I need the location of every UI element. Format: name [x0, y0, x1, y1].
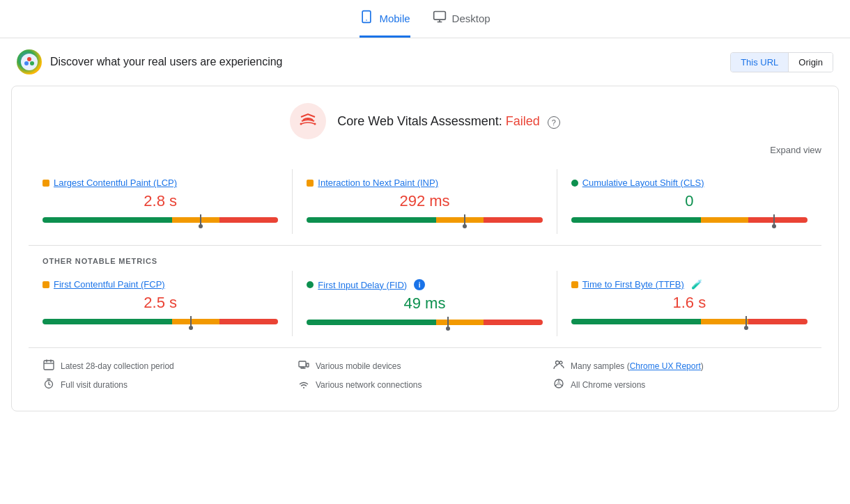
bar-red-lcp: [219, 217, 279, 223]
footer-collection-text: Latest 28-day collection period: [61, 361, 174, 371]
svg-point-1: [366, 19, 368, 21]
bar-marker-inp: [464, 214, 465, 226]
bar-red-ttfb: [748, 319, 808, 324]
assessment-status: Failed: [506, 114, 540, 128]
origin-button[interactable]: Origin: [789, 53, 833, 72]
svg-point-13: [303, 387, 304, 388]
footer-col-3: Many samples (Chrome UX Report) All Chro…: [552, 359, 808, 391]
chrome-icon: [552, 378, 565, 391]
svg-rect-11: [299, 361, 306, 367]
url-toggle: This URL Origin: [730, 52, 833, 72]
svg-point-5: [30, 61, 34, 65]
tab-mobile[interactable]: Mobile: [360, 10, 410, 38]
metric-link-ttfb[interactable]: Time to First Byte (TTFB): [582, 279, 684, 290]
footer-samples-text: Many samples (Chrome UX Report): [571, 361, 704, 371]
footer-network-text: Various network connections: [316, 380, 422, 390]
bar-track-lcp: [42, 217, 278, 223]
bar-orange-fid: [436, 320, 484, 325]
bar-green-fid: [307, 320, 436, 325]
footer-col-2: Various mobile devices Various network c…: [298, 359, 552, 391]
metric-dot-fid: [307, 281, 314, 288]
svg-rect-2: [433, 12, 445, 20]
bar-green-lcp: [42, 217, 172, 223]
progress-bar-fcp: [42, 319, 278, 324]
info-icon[interactable]: i: [414, 279, 425, 290]
svg-rect-9: [44, 361, 54, 370]
bar-red-inp: [484, 217, 543, 223]
metric-cell-lcp: Largest Contentful Paint (LCP) 2.8 s: [29, 169, 293, 234]
assessment-info-icon[interactable]: ?: [548, 116, 560, 129]
bar-orange-inp: [436, 217, 484, 223]
flask-icon: 🧪: [691, 279, 702, 290]
tab-desktop[interactable]: Desktop: [433, 10, 490, 38]
svg-point-3: [21, 54, 38, 70]
footer-section: Latest 28-day collection period Full vis…: [29, 347, 821, 394]
bar-red-cls: [748, 217, 808, 223]
desktop-icon: [433, 10, 447, 27]
bar-track-cls: [571, 217, 808, 223]
progress-bar-inp: [307, 217, 542, 223]
metric-value-fid: 49 ms: [307, 294, 542, 313]
metric-label-inp: Interaction to Next Paint (INP): [307, 178, 542, 188]
mobile-icon: [360, 10, 373, 27]
header-left: Discover what your real users are experi…: [17, 49, 282, 74]
metric-dot-inp: [307, 180, 314, 187]
users-icon: [552, 359, 565, 372]
bar-marker-lcp: [200, 214, 201, 226]
metric-cell-cls: Cumulative Layout Shift (CLS) 0: [557, 169, 821, 234]
bar-orange-ttfb: [701, 319, 748, 324]
bar-green-inp: [307, 217, 436, 223]
crux-report-link[interactable]: Chrome UX Report: [630, 361, 701, 371]
bar-marker-cls: [773, 214, 775, 226]
this-url-button[interactable]: This URL: [731, 53, 789, 72]
assessment-text: Core Web Vitals Assessment: Failed ?: [337, 114, 559, 129]
metric-link-fid[interactable]: First Input Delay (FID): [318, 280, 407, 290]
timer-icon: [42, 378, 55, 391]
tab-mobile-label: Mobile: [379, 13, 410, 24]
other-metrics-grid: First Contentful Paint (FCP) 2.5 s First…: [29, 271, 821, 336]
svg-rect-12: [307, 363, 309, 367]
metric-dot-fcp: [42, 281, 49, 288]
bar-orange-fcp: [172, 319, 219, 324]
bar-marker-ttfb: [745, 316, 747, 327]
bar-red-fid: [484, 320, 543, 325]
progress-bar-cls: [571, 217, 808, 223]
bar-green-ttfb: [571, 319, 702, 324]
section-divider: [29, 245, 821, 246]
bar-green-fcp: [42, 319, 172, 324]
metric-link-fcp[interactable]: First Contentful Paint (FCP): [54, 279, 165, 290]
footer-item-samples: Many samples (Chrome UX Report): [552, 359, 808, 372]
svg-point-7: [300, 123, 302, 125]
bar-orange-lcp: [172, 217, 219, 223]
footer-devices-text: Various mobile devices: [316, 361, 401, 371]
bar-orange-cls: [701, 217, 748, 223]
metric-link-cls[interactable]: Cumulative Layout Shift (CLS): [582, 178, 704, 188]
calendar-icon: [42, 359, 55, 372]
bar-track-fid: [307, 320, 542, 325]
header-section: Discover what your real users are experi…: [0, 38, 850, 86]
bar-track-ttfb: [571, 319, 808, 324]
footer-item-collection: Latest 28-day collection period: [42, 359, 298, 372]
metric-value-inp: 292 ms: [307, 192, 542, 210]
tab-bar: Mobile Desktop: [0, 0, 850, 38]
network-icon: [298, 378, 310, 391]
fail-icon: [290, 103, 326, 139]
assessment-prefix: Core Web Vitals Assessment:: [337, 114, 505, 128]
svg-point-8: [314, 123, 316, 125]
metric-label-ttfb: Time to First Byte (TTFB)🧪: [571, 279, 808, 290]
metric-dot-cls: [571, 180, 578, 187]
expand-view-link[interactable]: Expand view: [29, 145, 821, 155]
metric-cell-fcp: First Contentful Paint (FCP) 2.5 s: [29, 271, 293, 336]
metric-cell-ttfb: Time to First Byte (TTFB)🧪 1.6 s: [557, 271, 821, 336]
bar-green-cls: [571, 217, 702, 223]
metric-link-lcp[interactable]: Largest Contentful Paint (LCP): [54, 178, 177, 188]
svg-point-17: [557, 382, 561, 386]
progress-bar-ttfb: [571, 319, 808, 324]
metric-dot-lcp: [42, 180, 49, 187]
assessment-header: Core Web Vitals Assessment: Failed ?: [29, 103, 821, 139]
metric-label-cls: Cumulative Layout Shift (CLS): [571, 178, 808, 188]
devices-icon: [298, 359, 310, 372]
metric-link-inp[interactable]: Interaction to Next Paint (INP): [318, 178, 438, 188]
footer-chrome-text: All Chrome versions: [571, 380, 645, 390]
footer-item-chrome: All Chrome versions: [552, 378, 808, 391]
